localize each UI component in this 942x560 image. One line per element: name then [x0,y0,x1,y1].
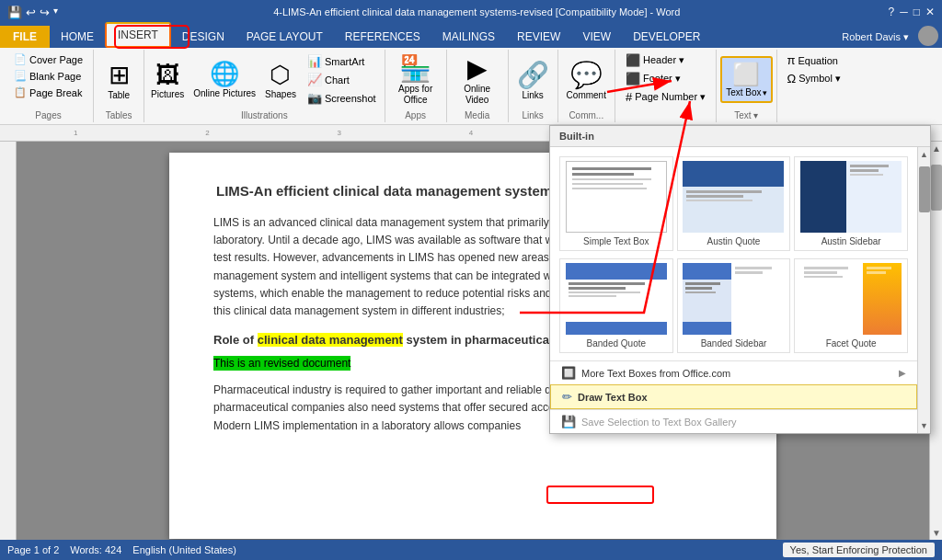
save-icon[interactable]: 💾 [7,6,22,19]
header-btn[interactable]: ⬛ Header ▾ [621,51,710,69]
language: English (United States) [132,544,236,555]
status-bar: Page 1 of 2 Words: 424 English (United S… [0,540,942,560]
doc-scrollbar[interactable]: ▲ ▼ [929,142,942,540]
facet-quote-item[interactable]: Facet Quote [794,258,908,353]
screenshot-btn[interactable]: 📷 Screenshot [303,89,381,107]
panel-scroll-down[interactable]: ▼ [917,418,931,433]
textbox-dropdown-panel: Built-in Simple Text Box [549,125,931,434]
close-btn[interactable]: ✕ [925,6,935,18]
maximize-btn[interactable]: □ [913,6,920,18]
apps-group-label: Apps [385,110,446,120]
left-ruler [0,142,17,540]
tab-file[interactable]: FILE [0,26,50,48]
draw-text-box-link[interactable]: ✏ Draw Text Box [550,384,917,409]
dropdown-header: Built-in [550,126,930,147]
austin-sidebar-thumb [800,161,902,233]
ribbon-group-links: 🔗 Links Links [509,50,558,122]
panel-scroll-up[interactable]: ▲ [917,147,931,162]
redo-icon[interactable]: ↪ [40,6,50,19]
text-box-icon: ⬜ [732,62,760,87]
tab-references[interactable]: REFERENCES [334,26,431,48]
pictures-icon: 🖼 [155,61,179,89]
text-box-btn[interactable]: ⬜ Text Box ▾ [720,56,772,103]
pictures-btn[interactable]: 🖼 Pictures [148,58,187,102]
tab-insert[interactable]: INSERT [105,22,171,48]
facet-quote-thumb [800,263,902,335]
text-group-label: Text ▾ [717,110,775,120]
footer-btn[interactable]: ⬛ Footer ▾ [621,70,710,87]
header-icon: ⬛ [626,53,640,67]
page-number-btn[interactable]: # Page Number ▾ [621,88,710,106]
undo-icon[interactable]: ↩ [26,6,36,19]
save-sel-icon: 💾 [561,415,576,429]
table-btn[interactable]: ⊞ Table [105,57,132,103]
austin-sidebar-item[interactable]: Austin Sidebar [794,156,908,251]
page-break-btn[interactable]: 📋 Page Break [9,85,87,100]
austin-quote-label: Austin Quote [707,236,761,246]
symbol-icon: Ω [787,72,797,86]
tab-developer[interactable]: DEVELOPER [622,26,711,48]
minimize-btn[interactable]: ─ [900,6,908,18]
blank-page-btn[interactable]: 📃 Blank Page [9,68,87,84]
ribbon-group-symbols: π Equation Ω Symbol ▾ [777,50,851,122]
page-number-icon: # [626,90,632,104]
online-pictures-icon: 🌐 [210,60,239,88]
panel-scroll-thumb[interactable] [919,166,930,212]
facet-quote-label: Facet Quote [826,338,877,349]
scroll-down-btn[interactable]: ▼ [930,526,942,540]
tab-design[interactable]: DESIGN [171,26,236,48]
chart-btn[interactable]: 📈 Chart [303,71,381,88]
draw-icon: ✏ [562,390,572,404]
highlight-clinical: clinical data management [258,333,403,347]
tab-mailings[interactable]: MAILINGS [431,26,506,48]
austin-quote-item[interactable]: Austin Quote [677,156,791,251]
media-group-label: Media [447,110,508,120]
shapes-btn[interactable]: ⬡ Shapes [262,58,299,102]
screenshot-icon: 📷 [307,91,322,105]
save-selection-link[interactable]: 💾 Save Selection to Text Box Gallery [550,409,917,433]
comments-group-label: Comm... [558,110,615,120]
window-title: 4-LIMS-An efficient clinical data manage… [65,6,889,17]
scroll-thumb[interactable] [931,165,942,211]
banded-sidebar-label: Banded Sidebar [701,338,767,349]
illustrations-group-label: Illustrations [144,110,385,120]
online-pictures-btn[interactable]: 🌐 Online Pictures [190,57,258,102]
simple-textbox-thumb [566,161,667,233]
more-icon: 🔲 [561,366,576,380]
online-video-btn[interactable]: ▶ Online Video [453,51,502,109]
banded-sidebar-thumb [683,263,784,335]
user-label: Robert Davis ▾ [833,27,918,48]
equation-btn[interactable]: π Equation [783,51,845,69]
page-break-icon: 📋 [14,86,27,98]
scroll-up-btn[interactable]: ▲ [930,142,942,155]
ribbon-group-comments: 💬 Comment Comm... [558,50,615,122]
smartart-btn[interactable]: 📊 SmartArt [303,52,381,70]
banded-quote-thumb [566,263,667,335]
symbol-btn[interactable]: Ω Symbol ▾ [783,70,845,87]
dropdown-qa-icon[interactable]: ▾ [53,6,58,19]
tab-view[interactable]: VIEW [571,26,622,48]
more-text-boxes-link[interactable]: 🔲 More Text Boxes from Office.com ▶ [550,360,917,384]
links-btn[interactable]: 🔗 Links [514,57,552,103]
tab-page-layout[interactable]: PAGE LAYOUT [236,26,334,48]
comment-icon: 💬 [570,60,603,90]
tab-review[interactable]: REVIEW [506,26,571,48]
help-btn[interactable]: ? [889,6,895,18]
comment-btn[interactable]: 💬 Comment [564,57,609,103]
cover-page-btn[interactable]: 📄 Cover Page [9,51,87,67]
equation-icon: π [787,53,796,67]
video-icon: ▶ [467,53,488,84]
austin-sidebar-label: Austin Sidebar [821,236,881,246]
ribbon-group-media: ▶ Online Video Media [447,50,509,122]
apps-for-office-btn[interactable]: 🏪 Apps for Office [391,51,441,109]
banded-quote-item[interactable]: Banded Quote [559,258,673,353]
ribbon-group-header-footer: ⬛ Header ▾ ⬛ Footer ▾ # Page Number ▾ [615,50,717,122]
simple-text-box-item[interactable]: Simple Text Box [559,156,673,251]
panel-scrollbar[interactable]: ▲ ▼ [917,147,930,433]
shapes-icon: ⬡ [270,61,291,89]
banded-sidebar-item[interactable]: Banded Sidebar [677,258,791,353]
footer-icon: ⬛ [626,72,640,86]
tab-home[interactable]: HOME [50,26,105,48]
ribbon-group-pages: 📄 Cover Page 📃 Blank Page 📋 Page Break P… [4,50,94,122]
page-info: Page 1 of 2 [7,544,59,555]
